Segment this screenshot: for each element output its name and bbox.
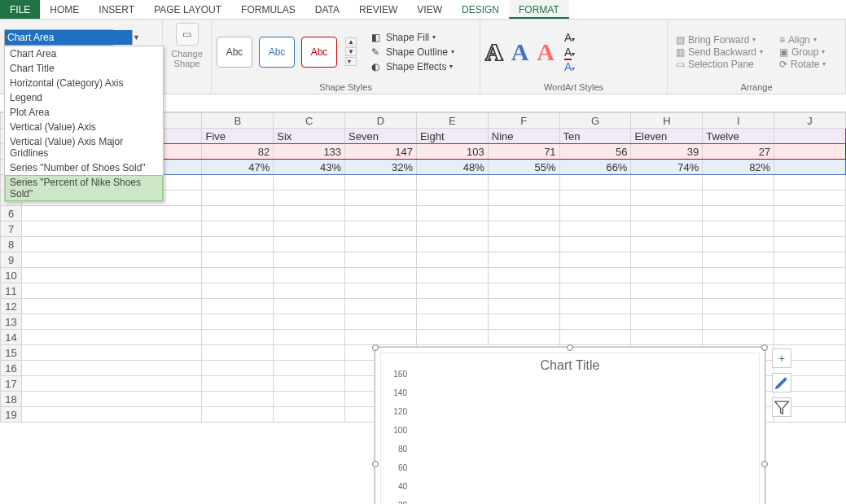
text-effects-button[interactable]: A▾ (564, 60, 575, 73)
y-tick-label: 120 (393, 407, 407, 416)
resize-handle[interactable] (761, 461, 768, 467)
bring-forward-icon: ▤ (676, 34, 685, 46)
y-tick-label: 40 (398, 482, 407, 491)
row-empty[interactable]: 13 (1, 314, 846, 330)
tab-data[interactable]: DATA (305, 0, 349, 19)
row-empty[interactable]: 9 (1, 252, 846, 268)
y-tick-label: 160 (393, 370, 407, 379)
send-backward-button[interactable]: ▥Send Backward▾ (673, 46, 766, 58)
selection-pane-icon: ▭ (676, 59, 685, 70)
group-button[interactable]: ▣Group▾ (776, 46, 829, 58)
tab-design[interactable]: DESIGN (452, 0, 509, 19)
row-empty[interactable]: 10 (1, 268, 846, 283)
group-label-shape-styles: Shape Styles (217, 82, 475, 92)
chart-element-option[interactable]: Series "Number of Shoes Sold" (5, 160, 163, 175)
row-empty[interactable]: 7 (1, 221, 846, 237)
wordart-gallery[interactable]: A A A (485, 38, 555, 66)
change-shape-icon[interactable]: ▭ (176, 23, 199, 46)
resize-handle[interactable] (372, 461, 379, 467)
tab-insert[interactable]: INSERT (89, 0, 144, 19)
bucket-icon: ◧ (371, 32, 383, 43)
chart-title[interactable]: Chart Title (381, 353, 759, 375)
brush-icon (773, 374, 791, 392)
chart-element-option[interactable]: Chart Area (5, 46, 163, 61)
chart-element-option[interactable]: Plot Area (5, 105, 163, 120)
group-icon: ▣ (779, 46, 788, 58)
chart-brush-button[interactable] (772, 373, 791, 392)
tab-format[interactable]: FORMAT (509, 0, 569, 19)
gallery-scroll-down-icon[interactable]: ▼ (345, 47, 357, 56)
shape-styles-gallery[interactable]: Abc Abc Abc ▲ ▼ ▾ (217, 37, 357, 68)
selection-pane-button[interactable]: ▭Selection Pane (673, 59, 766, 70)
chart-element-dropdown[interactable]: Chart AreaChart TitleHorizontal (Categor… (4, 46, 164, 202)
pencil-icon: ✎ (371, 46, 383, 58)
resize-handle[interactable] (567, 344, 573, 351)
y-tick-label: 100 (393, 426, 407, 435)
resize-handle[interactable] (372, 344, 379, 351)
tab-pagelayout[interactable]: PAGE LAYOUT (144, 0, 231, 19)
y-tick-label: 140 (393, 388, 407, 397)
wordart-style-2[interactable]: A (511, 38, 529, 66)
chart-element-option[interactable]: Chart Title (5, 61, 163, 76)
row-empty[interactable]: 12 (1, 299, 846, 314)
align-icon: ≡ (779, 34, 785, 46)
rotate-icon: ⟳ (779, 59, 787, 70)
tab-home[interactable]: HOME (40, 0, 89, 19)
align-button[interactable]: ≡Align▾ (776, 34, 829, 46)
chevron-down-icon: ▾ (451, 48, 454, 55)
wordart-style-3[interactable]: A (537, 38, 555, 66)
shape-fill-button[interactable]: ◧Shape Fill▾ (368, 31, 458, 44)
tab-review[interactable]: REVIEW (349, 0, 407, 19)
tab-view[interactable]: VIEW (407, 0, 452, 19)
chart-element-selector[interactable]: ▼ (4, 29, 113, 46)
y-tick-label: 60 (398, 463, 407, 472)
row-empty[interactable]: 8 (1, 237, 846, 252)
text-fill-button[interactable]: A▾ (564, 31, 575, 44)
chart-object[interactable]: Chart Title 020406080100120140160 FiveSi… (375, 347, 765, 504)
chart-element-option[interactable]: Series "Percent of Nike Shoes Sold" (5, 175, 163, 201)
chart-element-option[interactable]: Vertical (Value) Axis Major Gridlines (5, 134, 163, 160)
shape-style-3[interactable]: Abc (301, 37, 337, 68)
row-empty[interactable]: 11 (1, 283, 846, 299)
y-tick-label: 20 (398, 501, 407, 505)
group-label-wordart: WordArt Styles (485, 82, 662, 92)
row-empty[interactable]: 14 (1, 330, 846, 345)
gallery-scroll-up-icon[interactable]: ▲ (345, 37, 357, 46)
chart-element-option[interactable]: Legend (5, 90, 163, 105)
ribbon-tabstrip: FILE HOME INSERT PAGE LAYOUT FORMULAS DA… (0, 0, 846, 20)
bring-forward-button[interactable]: ▤Bring Forward▾ (673, 34, 766, 46)
text-outline-button[interactable]: A▾ (564, 46, 575, 59)
chart-element-selector-input[interactable] (5, 30, 132, 45)
tab-formulas[interactable]: FORMULAS (231, 0, 305, 19)
shape-outline-button[interactable]: ✎Shape Outline▾ (368, 46, 458, 59)
gallery-more-icon[interactable]: ▾ (345, 57, 357, 66)
y-tick-label: 80 (398, 445, 407, 454)
send-backward-icon: ▥ (676, 46, 685, 58)
tab-file[interactable]: FILE (0, 0, 40, 19)
chart-filter-button[interactable] (772, 397, 791, 417)
chart-element-option[interactable]: Horizontal (Category) Axis (5, 76, 163, 90)
resize-handle[interactable] (761, 344, 768, 351)
shape-style-2[interactable]: Abc (259, 37, 295, 68)
formula-input[interactable] (163, 94, 846, 112)
chevron-down-icon[interactable]: ▼ (132, 30, 140, 45)
funnel-icon (773, 398, 791, 416)
chevron-down-icon: ▾ (432, 33, 436, 41)
shape-effects-button[interactable]: ◐Shape Effects▾ (368, 60, 458, 73)
shape-style-1[interactable]: Abc (217, 37, 252, 68)
chevron-down-icon: ▾ (449, 63, 453, 70)
group-label-arrange: Arrange (673, 82, 840, 92)
row-empty[interactable]: 6 (1, 206, 846, 221)
chart-plus-button[interactable]: + (772, 348, 791, 368)
plot-area[interactable] (410, 383, 751, 504)
wordart-style-1[interactable]: A (485, 38, 503, 66)
change-shape-label[interactable]: Change Shape (171, 49, 203, 68)
rotate-button[interactable]: ⟳Rotate▾ (776, 59, 829, 70)
chart-element-option[interactable]: Vertical (Value) Axis (5, 120, 163, 134)
effects-icon: ◐ (371, 61, 383, 72)
